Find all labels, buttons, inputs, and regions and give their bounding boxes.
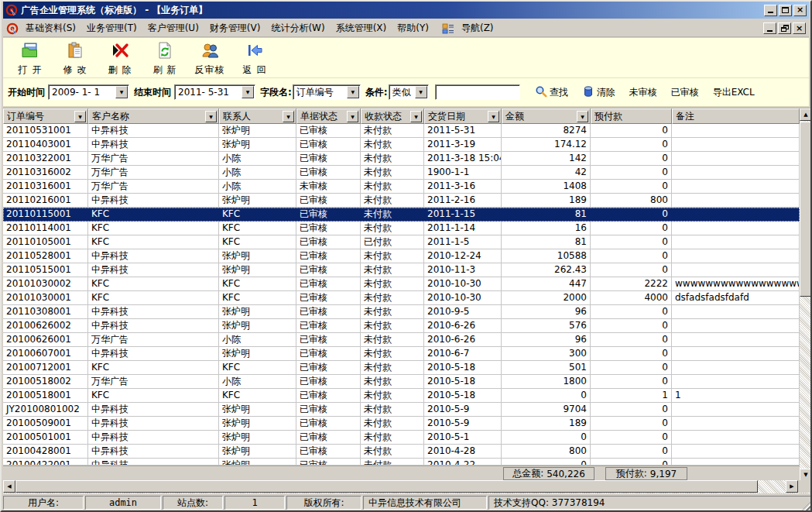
close-button[interactable]: × <box>793 5 807 16</box>
menu-item-business[interactable]: 业务管理(T) <box>81 20 142 36</box>
mdi-restore-button[interactable] <box>778 22 791 34</box>
table-row[interactable]: 20101030002KFCKFC已审核未付款2010-10-304472222… <box>3 277 800 291</box>
find-button[interactable]: 查找 <box>535 85 568 100</box>
refresh-button[interactable]: 刷 新 <box>142 40 187 76</box>
chevron-down-icon[interactable]: ▼ <box>242 86 254 98</box>
menu-item-basics[interactable]: 基础资料(S) <box>20 20 81 36</box>
menu-item-system[interactable]: 系统管理(X) <box>331 20 392 36</box>
column-filter-dropdown-icon[interactable]: ▼ <box>410 111 422 122</box>
horizontal-scrollbar[interactable]: ◀ ▶ <box>3 480 812 493</box>
return-button[interactable]: 返 回 <box>232 40 277 76</box>
column-header-8[interactable]: 预付款 <box>591 108 672 124</box>
table-row[interactable]: 20100518002万华广告小陈已审核未付款2010-5-1818000 <box>3 375 800 389</box>
column-header-1[interactable]: 订单编号▼ <box>3 108 88 124</box>
menu-item-stats[interactable]: 统计分析(W) <box>266 20 330 36</box>
delete-button[interactable]: 删 除 <box>98 40 142 76</box>
column-header-3[interactable]: 联系人▼ <box>219 108 296 124</box>
table-row[interactable]: 20100428001中异科技张炉明已审核未付款2010-4-288000 <box>3 445 800 459</box>
scroll-up-button[interactable]: ▲ <box>800 108 812 121</box>
vertical-scroll-thumb[interactable] <box>800 122 812 297</box>
horizontal-scroll-thumb[interactable] <box>15 480 758 493</box>
modify-button[interactable]: 修 改 <box>53 40 98 76</box>
table-cell: KFC <box>219 291 296 305</box>
table-row[interactable]: JY20100801002中异科技张炉明已审核未付款2010-5-997040 <box>3 403 800 417</box>
menu-item-finance[interactable]: 财务管理(V) <box>204 20 266 36</box>
table-cell: 0 <box>591 417 672 431</box>
table-row[interactable]: 20100626002中异科技张炉明已审核未付款2010-6-265760 <box>3 319 800 333</box>
search-input[interactable] <box>435 84 520 100</box>
table-row[interactable]: 20100422001中异科技张炉明已审核未付款2010-4-2200 <box>3 459 800 466</box>
table-cell: 未付款 <box>361 208 424 222</box>
table-row[interactable]: 20110216001中异科技张炉明已审核未付款2011-2-16189800 <box>3 194 800 208</box>
table-cell: 20110515001 <box>3 263 88 277</box>
table-cell <box>672 445 800 459</box>
table-row[interactable]: 20110531001中异科技张炉明已审核未付款2011-5-3182740 <box>3 124 800 138</box>
table-cell: 已审核 <box>296 445 361 459</box>
mdi-minimize-button[interactable] <box>763 22 776 34</box>
table-cell: 20100626001 <box>3 333 88 347</box>
table-row[interactable]: 20110316001万华广告小陈未审核未付款2011-3-1614080 <box>3 180 800 194</box>
clear-button[interactable]: 清除 <box>582 85 615 100</box>
menu-item-help[interactable]: 帮助(Y) <box>392 20 434 36</box>
table-row[interactable]: 20100607001中异科技张炉明已审核未付款2010-6-73000 <box>3 347 800 361</box>
table-row[interactable]: 20100501001中异科技张炉明已审核未付款2010-5-100 <box>3 431 800 445</box>
scroll-down-button[interactable]: ▼ <box>800 469 812 481</box>
column-header-5[interactable]: 收款状态▼ <box>361 108 424 124</box>
condition-combobox[interactable]: 类似 ▼ <box>389 84 429 100</box>
table-cell: 未付款 <box>361 459 424 466</box>
menu-item-nav[interactable]: 导航(Z) <box>456 20 499 36</box>
unaudit-button[interactable]: 反审核 <box>187 40 232 76</box>
table-row[interactable]: 20110403001中异科技张炉明已审核未付款2011-3-19174.120 <box>3 138 800 152</box>
column-filter-dropdown-icon[interactable]: ▼ <box>488 111 499 122</box>
column-header-6[interactable]: 交货日期▼ <box>424 108 502 124</box>
open-button[interactable]: 打 开 <box>8 40 53 76</box>
table-row[interactable]: 20110308001中异科技张炉明已审核未付款2010-9-5960 <box>3 305 800 319</box>
column-filter-dropdown-icon[interactable]: ▼ <box>577 111 588 122</box>
field-name-combobox[interactable]: 订单编号 ▼ <box>293 84 361 100</box>
column-header-2[interactable]: 客户名称▼ <box>88 108 219 124</box>
scroll-left-button[interactable]: ◀ <box>3 480 15 493</box>
column-filter-dropdown-icon[interactable]: ▼ <box>283 111 294 122</box>
table-cell: 已审核 <box>296 208 361 222</box>
unaudited-filter-button[interactable]: 未审核 <box>629 86 657 99</box>
scroll-right-button[interactable]: ▶ <box>786 480 798 493</box>
table-row[interactable]: 20100712001KFCKFC已审核未付款2010-5-185010 <box>3 361 800 375</box>
table-row[interactable]: 20101030001KFCKFC已审核未付款2010-10-302000400… <box>3 291 800 305</box>
table-row[interactable]: 20110528001中异科技张炉明已审核未付款2010-12-24105880 <box>3 249 800 263</box>
end-date-combobox[interactable]: 2011- 5-31 ▼ <box>174 84 255 100</box>
table-row[interactable]: 20100626001万华广告小陈已审核未付款2010-6-26960 <box>3 333 800 347</box>
mdi-close-button[interactable]: × <box>793 22 806 34</box>
table-cell: 已审核 <box>296 333 361 347</box>
table-cell: dsfadsfadsfdafd <box>672 291 800 305</box>
table-row[interactable]: 20110114001KFCKFC已审核未付款2011-1-14160 <box>3 222 800 235</box>
column-header-4[interactable]: 单据状态▼ <box>296 108 361 124</box>
menu-item-customer[interactable]: 客户管理(U) <box>142 20 204 36</box>
modify-button-label: 修 改 <box>63 64 87 77</box>
table-row[interactable]: 20100518001KFCKFC已审核未付款2010-5-18011 <box>3 389 800 403</box>
chevron-down-icon[interactable]: ▼ <box>415 86 427 98</box>
column-header-7[interactable]: 金额▼ <box>502 108 591 124</box>
table-row[interactable]: 20110115001KFCKFC已审核未付款2011-1-15810 <box>3 208 800 222</box>
minimize-button[interactable] <box>764 5 777 16</box>
table-row[interactable]: 20110105001KFCKFC已审核已付款2011-1-5810 <box>3 235 800 249</box>
table-row[interactable]: 20110316002万华广告小陈已审核未付款1900-1-1420 <box>3 166 800 180</box>
table-row[interactable]: 20110322001万华广告小陈已审核未付款2011-3-18 15:04:5… <box>3 152 800 166</box>
column-filter-dropdown-icon[interactable]: ▼ <box>74 111 86 122</box>
column-filter-dropdown-icon[interactable]: ▼ <box>205 111 217 122</box>
table-cell: 0 <box>591 305 672 319</box>
vertical-scrollbar[interactable]: ▲ ▼ <box>800 108 812 481</box>
table-row[interactable]: 20110515001中异科技张炉明已审核未付款2010-11-3262.430 <box>3 263 800 277</box>
column-header-9[interactable]: 备注 <box>672 108 800 124</box>
column-filter-dropdown-icon[interactable]: ▼ <box>347 111 358 122</box>
table-cell: 未审核 <box>296 180 361 194</box>
table-cell <box>672 375 800 389</box>
chevron-down-icon[interactable]: ▼ <box>115 86 128 98</box>
open-button-label: 打 开 <box>19 64 43 77</box>
table-row[interactable]: 20100509001中异科技张炉明已审核未付款2010-5-91890 <box>3 417 800 431</box>
start-date-combobox[interactable]: 2009- 1- 1 ▼ <box>48 84 129 100</box>
table-cell: 中异科技 <box>88 403 219 417</box>
export-excel-button[interactable]: 导出EXCL <box>713 86 755 99</box>
chevron-down-icon[interactable]: ▼ <box>347 86 359 98</box>
audited-filter-button[interactable]: 已审核 <box>671 86 699 99</box>
maximize-button[interactable] <box>779 5 792 16</box>
